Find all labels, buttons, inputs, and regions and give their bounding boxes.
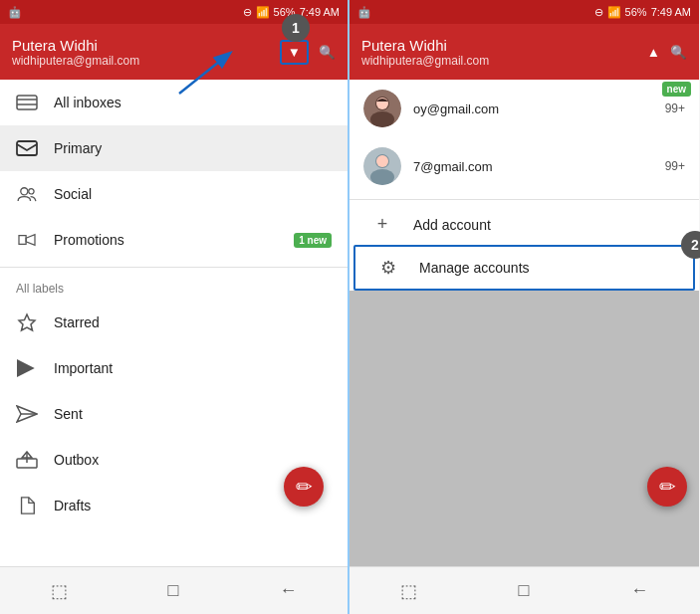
- nav-item-promotions[interactable]: Promotions 1 new: [0, 217, 348, 263]
- important-icon: [16, 357, 38, 379]
- svg-point-20: [370, 169, 394, 185]
- nav-item-starred[interactable]: Starred: [0, 300, 348, 345]
- status-bar-right: 🤖 ⊖ 📶 56% 7:49 AM: [350, 0, 699, 24]
- bottom-nav-right: ⬚ □ ←: [350, 566, 699, 614]
- header-actions-left: ▼ 🔍: [280, 40, 336, 65]
- left-panel: 🤖 ⊖ 📶 56% 7:49 AM Putera Widhi widhipute…: [0, 0, 350, 614]
- plus-icon: +: [363, 214, 401, 235]
- status-right-right: ⊖ 📶 56% 7:49 AM: [594, 6, 691, 19]
- starred-label: Starred: [54, 314, 332, 330]
- social-label: Social: [54, 186, 332, 202]
- back-button-right[interactable]: ←: [614, 572, 664, 609]
- header-right: Putera Widhi widhiputera@gmail.com ▲ 🔍: [350, 24, 699, 80]
- android-icon-right: 🤖: [357, 6, 371, 19]
- all-labels-section: All labels: [0, 272, 348, 300]
- gray-background: [350, 291, 699, 566]
- promotions-icon: [16, 229, 38, 251]
- user-name-right: Putera Widhi: [361, 37, 489, 54]
- bottom-nav-left: ⬚ □ ←: [0, 566, 348, 614]
- user-email-left: widhiputera@gmail.com: [12, 54, 139, 68]
- accounts-dropdown: new oy@gmail.com 99+: [350, 80, 699, 291]
- header-actions-right: ▲ 🔍: [647, 45, 687, 60]
- svg-marker-7: [19, 314, 35, 330]
- search-button-left[interactable]: 🔍: [319, 45, 336, 60]
- chevron-up-icon: ▲: [647, 45, 660, 60]
- search-icon-right: 🔍: [670, 45, 687, 60]
- battery-text-right: 56%: [625, 6, 647, 18]
- status-left: 🤖: [8, 6, 22, 19]
- nav-section-left: All inboxes Primary Social Promotions 1 …: [0, 80, 348, 526]
- svg-point-21: [376, 155, 388, 167]
- time-right: 7:49 AM: [651, 6, 691, 18]
- nav-item-all-inboxes[interactable]: All inboxes: [0, 80, 348, 125]
- divider-1: [0, 267, 348, 268]
- time-left: 7:49 AM: [300, 6, 340, 18]
- drafts-icon: [16, 495, 38, 516]
- promotions-badge: 1 new: [294, 233, 332, 248]
- divider-accounts: [350, 199, 699, 200]
- promotions-label: Promotions: [54, 232, 278, 248]
- user-info-left: Putera Widhi widhiputera@gmail.com: [12, 37, 139, 68]
- user-info-right: Putera Widhi widhiputera@gmail.com: [361, 37, 489, 68]
- outbox-label: Outbox: [54, 452, 332, 468]
- fab-right[interactable]: ✏: [647, 467, 687, 507]
- chevron-up-button[interactable]: ▲: [647, 45, 660, 60]
- recent-apps-button-right[interactable]: ⬚: [384, 572, 433, 610]
- nav-item-important[interactable]: Important: [0, 345, 348, 391]
- add-account-item[interactable]: + Add account: [350, 204, 699, 245]
- starred-icon: [16, 311, 38, 333]
- annotation-2: 2: [681, 231, 700, 259]
- all-inboxes-label: All inboxes: [54, 95, 332, 110]
- right-panel: 🤖 ⊖ 📶 56% 7:49 AM Putera Widhi widhipute…: [350, 0, 699, 614]
- account-item-1[interactable]: oy@gmail.com 99+: [350, 80, 699, 137]
- avatar-2: [363, 147, 401, 185]
- sent-icon: [16, 403, 38, 425]
- header-left: Putera Widhi widhiputera@gmail.com ▼ 🔍 1: [0, 24, 348, 80]
- annotation-1: 1: [282, 14, 310, 42]
- recent-apps-button-left[interactable]: ⬚: [35, 572, 84, 610]
- social-icon: [16, 183, 38, 205]
- fab-left[interactable]: ✏: [284, 467, 324, 507]
- nav-item-primary[interactable]: Primary: [0, 125, 348, 171]
- svg-rect-4: [17, 141, 37, 155]
- manage-accounts-label: Manage accounts: [419, 260, 530, 276]
- all-inboxes-icon: [16, 92, 38, 113]
- account-email-2: 7@gmail.com: [413, 159, 653, 174]
- avatar-1: [363, 90, 401, 127]
- sent-label: Sent: [54, 406, 332, 422]
- important-label: Important: [54, 360, 332, 376]
- nav-item-sent[interactable]: Sent: [0, 391, 348, 437]
- gear-icon: ⚙: [369, 257, 407, 279]
- back-button-left[interactable]: ←: [263, 572, 313, 609]
- account-count-1: 99+: [665, 102, 685, 115]
- compose-icon-left: ✏: [296, 475, 313, 499]
- home-button-left[interactable]: □: [152, 572, 195, 609]
- outbox-icon: [16, 449, 38, 471]
- svg-point-5: [21, 188, 28, 195]
- compose-icon-right: ✏: [659, 475, 676, 499]
- account-count-2: 99+: [665, 159, 685, 173]
- manage-accounts-item[interactable]: ⚙ Manage accounts 2: [353, 245, 695, 291]
- user-name-left: Putera Widhi: [12, 37, 139, 54]
- account-item-2[interactable]: 7@gmail.com 99+: [350, 137, 699, 195]
- search-button-right[interactable]: 🔍: [670, 45, 687, 60]
- add-account-label: Add account: [413, 217, 491, 233]
- home-button-right[interactable]: □: [503, 572, 546, 609]
- search-icon-left: 🔍: [319, 45, 336, 60]
- svg-point-16: [370, 111, 394, 127]
- chevron-down-icon: ▼: [288, 45, 301, 60]
- android-icon: 🤖: [8, 6, 22, 19]
- wifi-icon-right: 📶: [607, 6, 621, 19]
- svg-point-6: [29, 189, 34, 194]
- primary-label: Primary: [54, 140, 332, 156]
- dropdown-button[interactable]: ▼: [280, 40, 309, 65]
- wifi-icon: 📶: [256, 6, 270, 19]
- svg-marker-8: [17, 359, 35, 377]
- do-not-disturb-icon: ⊖: [243, 6, 252, 19]
- new-badge-right: new: [662, 82, 691, 97]
- svg-rect-1: [17, 96, 37, 109]
- account-email-1: oy@gmail.com: [413, 102, 653, 116]
- status-left-right: 🤖: [357, 6, 371, 19]
- nav-item-social[interactable]: Social: [0, 171, 348, 217]
- do-not-disturb-icon-right: ⊖: [594, 6, 603, 19]
